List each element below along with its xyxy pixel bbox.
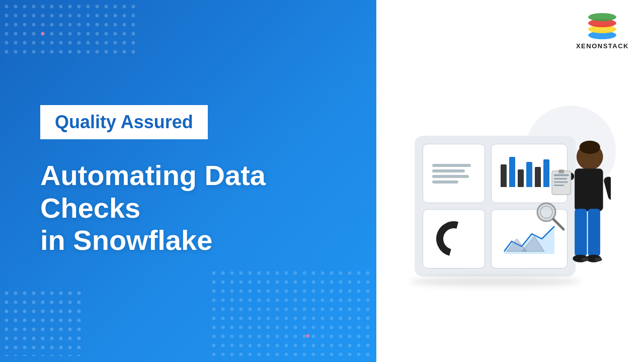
svg-rect-25	[603, 176, 611, 201]
svg-line-34	[553, 219, 564, 229]
svg-rect-6	[211, 270, 372, 356]
bar-2	[509, 157, 515, 187]
decorative-dots-top-left	[4, 4, 135, 61]
magnifier-icon	[535, 201, 566, 231]
donut-ring	[430, 215, 478, 263]
svg-rect-27	[588, 209, 600, 256]
svg-rect-4	[4, 291, 85, 356]
left-panel: Quality Assured Automating Data Checks i…	[0, 0, 376, 362]
xenonstack-logo: XENONSTACK	[576, 10, 629, 50]
svg-point-11	[588, 13, 616, 21]
svg-rect-24	[558, 169, 564, 173]
svg-rect-17	[575, 168, 603, 211]
svg-rect-1	[4, 4, 135, 59]
svg-rect-23	[554, 185, 565, 186]
bar-1	[501, 164, 507, 187]
illustration-area	[405, 65, 616, 317]
svg-point-30	[581, 257, 589, 261]
card-donut-chart	[423, 209, 485, 268]
decorative-dots-bottom-left	[4, 291, 85, 358]
bar-4	[526, 162, 532, 187]
logo-icon	[586, 10, 619, 40]
bar-3	[518, 169, 524, 187]
svg-rect-20	[554, 174, 569, 176]
text-line-4	[432, 180, 458, 184]
svg-point-2	[41, 32, 45, 36]
text-line-2	[432, 169, 465, 172]
card-text-lines	[423, 144, 485, 203]
svg-rect-22	[554, 182, 568, 183]
svg-point-7	[306, 334, 310, 338]
text-line-1	[432, 164, 471, 167]
decorative-dots-bottom-right	[211, 270, 372, 358]
svg-rect-26	[575, 209, 587, 256]
logo-text: XENONSTACK	[576, 42, 629, 50]
svg-point-16	[580, 141, 600, 154]
svg-rect-21	[554, 178, 567, 179]
svg-point-31	[595, 257, 602, 261]
svg-point-33	[540, 206, 552, 218]
badge-label: Quality Assured	[40, 105, 208, 139]
main-title: Automating Data Checks in Snowflake	[40, 159, 346, 256]
text-line-3	[432, 175, 469, 178]
right-panel: XENONSTACK	[376, 0, 644, 362]
quality-badge: Quality Assured	[40, 105, 346, 139]
